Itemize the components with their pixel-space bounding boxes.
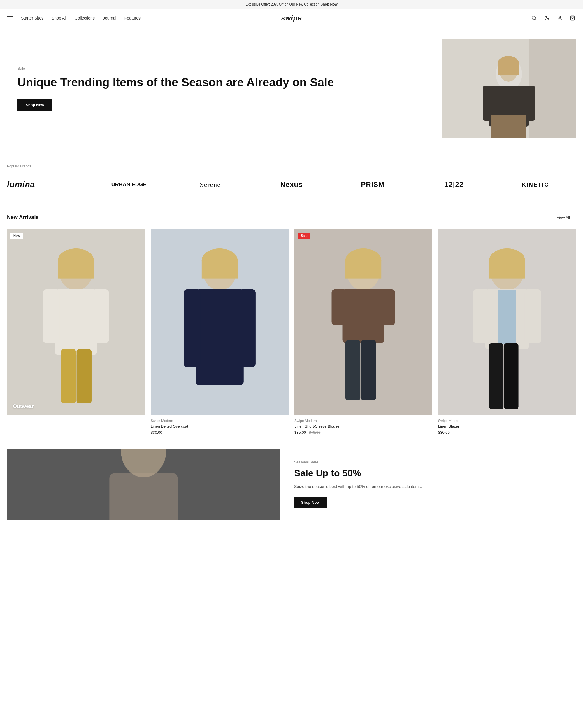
badge-sale: Sale	[298, 233, 310, 239]
announcement-cta[interactable]: Shop Now	[321, 2, 338, 6]
account-icon[interactable]	[556, 15, 563, 22]
svg-rect-28	[239, 289, 256, 367]
brands-label: Popular Brands	[7, 164, 576, 168]
brand-kinetic[interactable]: KINETIC	[495, 179, 576, 190]
svg-rect-36	[345, 340, 360, 400]
countdown-background-image	[7, 448, 280, 520]
hero-title: Unique Trending Items of the Season are …	[18, 75, 424, 89]
site-logo[interactable]: swipe	[281, 14, 302, 22]
announcement-bar: Exclusive Offer: 20% Off on Our New Coll…	[0, 0, 583, 9]
countdown-section: 01 Days : 23 Hours : 15 Minutes : 23 Sec…	[7, 448, 576, 520]
product-name-blouse: Linen Short-Sleeve Blouse	[295, 424, 432, 428]
brand-serene[interactable]: Serene	[170, 179, 251, 191]
svg-rect-33	[342, 289, 385, 343]
svg-point-0	[532, 16, 535, 20]
product-info-overcoat: Swipe Modern Linen Belted Overcoat $30.0…	[151, 415, 288, 435]
product-card-blouse[interactable]: Sale Swipe Modern Linen Short-Sleeve Blo…	[295, 229, 432, 435]
hero-image	[442, 39, 576, 138]
svg-rect-53	[109, 473, 177, 520]
main-nav: Starter Sites Shop All Collections Journ…	[0, 9, 583, 27]
brands-row: lumina URBAN EDGE Serene Nexus PRISM 12|…	[7, 178, 576, 192]
svg-rect-10	[492, 115, 526, 138]
product-card-overcoat[interactable]: Swipe Modern Linen Belted Overcoat $30.0…	[151, 229, 288, 435]
sale-price: $35.00	[295, 430, 306, 435]
product-image-blouse	[295, 229, 432, 415]
svg-rect-46	[489, 343, 503, 409]
brand-lumina[interactable]: lumina	[7, 178, 88, 192]
svg-rect-39	[345, 260, 381, 279]
countdown-title: Sale Up to 50%	[294, 468, 562, 478]
svg-rect-30	[202, 260, 238, 279]
outwear-overlay-text: Outwear	[13, 404, 34, 410]
brands-section: Popular Brands lumina URBAN EDGE Serene …	[0, 150, 583, 203]
svg-rect-5	[529, 39, 576, 138]
product-card-blazer[interactable]: Swipe Modern Linen Blazer $30.00	[438, 229, 576, 435]
nav-right	[530, 15, 576, 22]
svg-rect-43	[473, 289, 490, 343]
new-arrivals-section: New Arrivals View All New	[0, 203, 583, 448]
hero-section: Sale Unique Trending Items of the Season…	[0, 27, 583, 150]
search-icon[interactable]	[530, 15, 537, 22]
svg-rect-44	[524, 289, 541, 343]
nav-features[interactable]: Features	[124, 16, 140, 20]
svg-rect-17	[55, 289, 97, 355]
product-name-overcoat: Linen Belted Overcoat	[151, 424, 288, 428]
svg-rect-27	[184, 289, 200, 367]
svg-rect-45	[498, 290, 516, 344]
svg-rect-23	[58, 260, 94, 279]
nav-left: Starter Sites Shop All Collections Journ…	[7, 16, 140, 21]
nav-starter-sites[interactable]: Starter Sites	[21, 16, 44, 20]
hero-text: Sale Unique Trending Items of the Season…	[18, 39, 430, 138]
hero-tag: Sale	[18, 66, 424, 71]
brand-prism[interactable]: PRISM	[332, 178, 413, 191]
svg-rect-26	[196, 289, 244, 385]
product-brand-blouse: Swipe Modern	[295, 419, 432, 423]
product-image-overcoat	[151, 229, 288, 415]
product-info-blouse: Swipe Modern Linen Short-Sleeve Blouse $…	[295, 415, 432, 435]
product-info-blazer: Swipe Modern Linen Blazer $30.00	[438, 415, 576, 435]
svg-rect-20	[61, 349, 76, 403]
brand-nexus[interactable]: Nexus	[251, 178, 332, 191]
svg-point-1	[559, 16, 560, 18]
hero-person-illustration	[442, 39, 576, 138]
announcement-text: Exclusive Offer: 20% Off on Our New Coll…	[245, 2, 320, 6]
original-price: $40.00	[309, 430, 321, 435]
countdown-shop-now-button[interactable]: Shop Now	[294, 497, 327, 508]
hamburger-menu[interactable]	[7, 16, 13, 20]
svg-rect-47	[504, 343, 518, 409]
nav-collections[interactable]: Collections	[75, 16, 94, 20]
hero-shop-now-button[interactable]: Shop Now	[18, 99, 53, 111]
countdown-text: Seasonal Sales Sale Up to 50% Seize the …	[280, 448, 576, 520]
svg-rect-34	[332, 289, 347, 325]
svg-rect-13	[498, 63, 519, 75]
products-grid: New Outwear	[7, 229, 576, 435]
svg-rect-21	[77, 349, 91, 403]
new-arrivals-title: New Arrivals	[7, 214, 38, 220]
view-all-button[interactable]: View All	[551, 213, 576, 222]
product-image-blazer	[438, 229, 576, 415]
nav-journal[interactable]: Journal	[103, 16, 116, 20]
seasonal-tag: Seasonal Sales	[294, 460, 562, 464]
product-image-outwear	[7, 229, 145, 415]
svg-rect-19	[92, 289, 109, 343]
countdown-description: Seize the season's best with up to 50% o…	[294, 483, 562, 490]
brand-urban-edge[interactable]: URBAN EDGE	[88, 179, 170, 190]
svg-rect-49	[489, 260, 525, 279]
product-card-outwear[interactable]: New Outwear	[7, 229, 145, 435]
svg-rect-37	[361, 340, 376, 400]
nav-links: Starter Sites Shop All Collections Journ…	[21, 16, 140, 21]
product-name-blazer: Linen Blazer	[438, 424, 576, 428]
product-price-blouse: $35.00 $40.00	[295, 430, 432, 435]
new-arrivals-header: New Arrivals View All	[7, 213, 576, 222]
brand-1222[interactable]: 12|22	[413, 178, 495, 191]
svg-rect-35	[380, 289, 395, 325]
svg-rect-18	[43, 289, 60, 343]
nav-shop-all[interactable]: Shop All	[52, 16, 66, 20]
countdown-image: 01 Days : 23 Hours : 15 Minutes : 23 Sec…	[7, 448, 280, 520]
cart-icon[interactable]	[569, 15, 576, 22]
product-price-overcoat: $30.00	[151, 430, 288, 435]
badge-new: New	[10, 233, 23, 239]
theme-toggle-icon[interactable]	[543, 15, 550, 22]
product-brand-blazer: Swipe Modern	[438, 419, 576, 423]
product-price-blazer: $30.00	[438, 430, 576, 435]
